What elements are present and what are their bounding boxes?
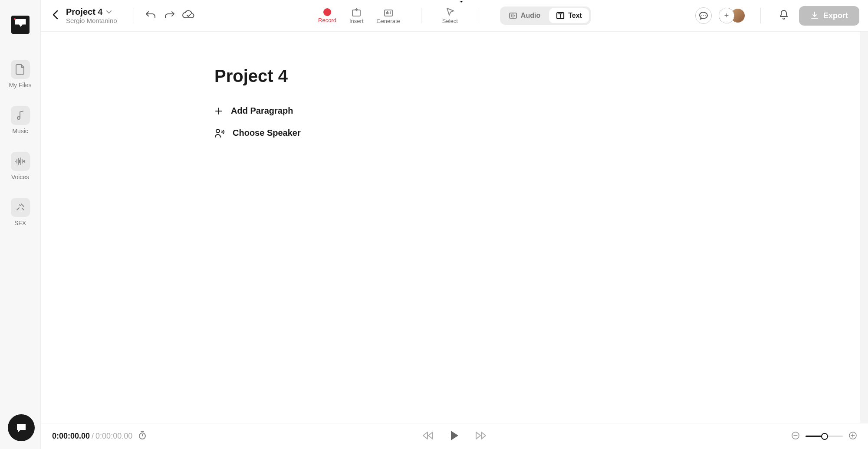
- sidebar-label-voices: Voices: [11, 174, 29, 180]
- left-sidebar: My Files Music Voices SFX: [0, 0, 41, 449]
- svg-point-6: [703, 15, 704, 16]
- view-mode-toggle: Audio Text: [500, 7, 591, 25]
- collaborators: +: [719, 8, 746, 23]
- add-collaborator-button[interactable]: +: [719, 8, 734, 23]
- cloud-sync-button[interactable]: [178, 7, 198, 25]
- text-icon: [556, 12, 565, 20]
- zoom-out-button[interactable]: [792, 432, 799, 441]
- forward-button[interactable]: [475, 431, 487, 442]
- generate-tool[interactable]: Generate: [377, 7, 400, 24]
- svg-point-5: [701, 15, 702, 16]
- record-label: Record: [318, 17, 336, 23]
- choose-speaker-label: Choose Speaker: [233, 128, 301, 138]
- undo-button[interactable]: [142, 7, 160, 24]
- rewind-button[interactable]: [422, 431, 434, 442]
- time-display: 0:00:00.00 / 0:00:00.00: [52, 431, 146, 442]
- zoom-slider-handle[interactable]: [821, 433, 828, 440]
- zoom-slider[interactable]: [806, 436, 843, 437]
- back-button[interactable]: [49, 7, 61, 24]
- document-title[interactable]: Project 4: [214, 66, 868, 86]
- download-icon: [810, 11, 819, 20]
- speaker-icon: [214, 128, 225, 138]
- bell-icon: [779, 10, 789, 20]
- audio-mode-button[interactable]: Audio: [502, 8, 547, 23]
- sidebar-item-voices[interactable]: Voices: [11, 152, 30, 180]
- sidebar-label-music: Music: [12, 128, 28, 134]
- sidebar-item-my-files[interactable]: My Files: [9, 60, 31, 88]
- sidebar-label-my-files: My Files: [9, 82, 31, 88]
- audio-icon: [509, 12, 517, 20]
- record-tool[interactable]: Record: [318, 8, 336, 23]
- header-right: + Export: [695, 6, 859, 26]
- project-title: Project 4: [66, 7, 102, 17]
- playback-controls: [422, 430, 487, 443]
- app-logo-icon[interactable]: [11, 16, 30, 34]
- top-header: Project 4 Sergio Montanino Record Insert…: [41, 0, 868, 32]
- zoom-slider-fill: [806, 436, 822, 437]
- play-button[interactable]: [450, 430, 459, 443]
- voices-icon: [11, 152, 30, 171]
- redo-button[interactable]: [160, 7, 178, 24]
- insert-icon: [351, 7, 362, 17]
- divider: [421, 8, 421, 23]
- svg-point-7: [705, 15, 706, 16]
- select-tool[interactable]: Select: [442, 7, 458, 24]
- select-icon: [446, 7, 454, 17]
- divider: [134, 8, 134, 23]
- record-icon: [323, 8, 331, 16]
- export-button[interactable]: Export: [799, 6, 859, 26]
- center-toolbar: Record Insert Generate Select Audio Text: [318, 7, 591, 25]
- svg-point-8: [216, 129, 220, 133]
- timer-button[interactable]: [138, 431, 146, 442]
- project-title-row[interactable]: Project 4: [66, 7, 117, 17]
- divider: [760, 8, 761, 23]
- project-title-block: Project 4 Sergio Montanino: [66, 7, 117, 24]
- text-mode-label: Text: [568, 12, 582, 20]
- help-chat-button[interactable]: [8, 414, 35, 441]
- current-time: 0:00:00.00: [52, 432, 90, 441]
- audio-mode-label: Audio: [521, 12, 540, 20]
- comments-button[interactable]: [695, 7, 712, 24]
- player-bar: 0:00:00.00 / 0:00:00.00: [41, 423, 868, 449]
- zoom-controls: [792, 432, 857, 441]
- main-content: Project 4 Add Paragraph Choose Speaker: [41, 32, 868, 423]
- insert-tool[interactable]: Insert: [349, 7, 364, 24]
- time-separator: /: [92, 432, 94, 441]
- sidebar-item-music[interactable]: Music: [11, 106, 30, 134]
- sidebar-label-sfx: SFX: [14, 220, 26, 226]
- sidebar-item-sfx[interactable]: SFX: [11, 198, 30, 226]
- choose-speaker-button[interactable]: Choose Speaker: [214, 128, 868, 138]
- zoom-in-button[interactable]: [849, 432, 857, 441]
- total-time: 0:00:00.00: [95, 432, 132, 441]
- generate-label: Generate: [377, 18, 400, 24]
- plus-icon: [214, 107, 223, 115]
- music-icon: [11, 106, 30, 125]
- sfx-icon: [11, 198, 30, 217]
- stopwatch-icon: [138, 431, 146, 439]
- divider: [479, 8, 479, 23]
- export-label: Export: [823, 11, 848, 20]
- chat-bubble-icon: [15, 422, 27, 433]
- generate-icon: [383, 7, 394, 17]
- project-author: Sergio Montanino: [66, 17, 117, 24]
- text-mode-button[interactable]: Text: [549, 8, 589, 23]
- insert-label: Insert: [349, 18, 364, 24]
- file-icon: [11, 60, 30, 79]
- select-label: Select: [442, 18, 458, 24]
- chat-icon: [699, 11, 708, 20]
- add-paragraph-button[interactable]: Add Paragraph: [214, 106, 868, 116]
- chevron-down-icon: [106, 8, 112, 16]
- chevron-down-icon: [459, 0, 464, 3]
- notifications-button[interactable]: [776, 6, 792, 25]
- add-paragraph-label: Add Paragraph: [231, 106, 293, 116]
